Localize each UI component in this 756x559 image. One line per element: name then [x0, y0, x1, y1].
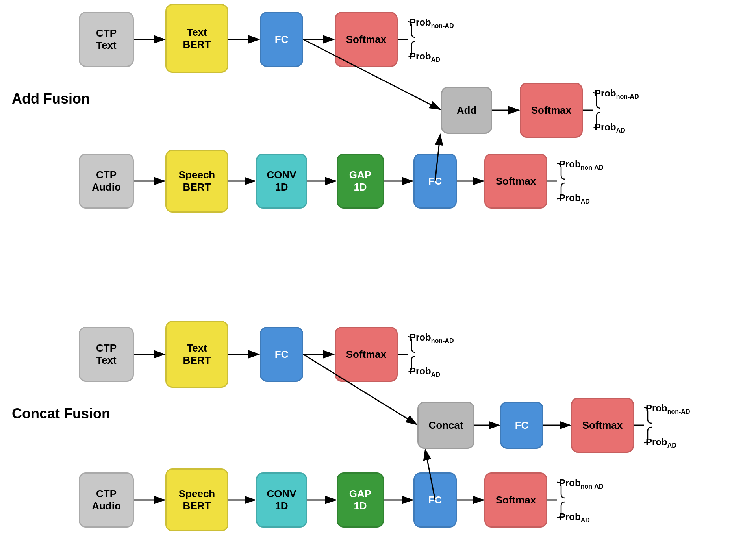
concat-prob-ad: ProbAD [646, 433, 690, 452]
top-prob-ad: ProbAD [410, 48, 454, 66]
concat-prob-group: Probnon-AD ProbAD [646, 400, 690, 451]
diagram-container: Add Fusion CTPText TextBERT FC Softmax P… [0, 0, 756, 559]
add-prob-ad: ProbAD [595, 118, 639, 137]
c-top-prob-group: Probnon-AD ProbAD [410, 329, 454, 380]
add-node: Add [441, 87, 492, 134]
c-top-ctp-text-node: CTPText [79, 327, 134, 382]
bottom-prob-ad: ProbAD [559, 189, 603, 207]
bottom-speech-bert-node: SpeechBERT [165, 150, 228, 213]
concat-prob-non-ad: Probnon-AD [646, 400, 690, 418]
concat-softmax-node: Softmax [571, 398, 634, 453]
bottom-conv1d-node: CONV1D [256, 154, 307, 209]
bottom-softmax-node: Softmax [484, 154, 547, 209]
add-softmax-node: Softmax [520, 83, 583, 138]
c-top-prob-ad: ProbAD [410, 363, 454, 381]
bottom-prob-group: Probnon-AD ProbAD [559, 155, 603, 207]
add-prob-non-ad: Probnon-AD [595, 85, 639, 103]
c-top-text-bert-node: TextBERT [165, 321, 228, 388]
bottom-ctp-audio-node: CTPAudio [79, 154, 134, 209]
concat-fc-node: FC [500, 402, 543, 449]
add-fusion-label: Add Fusion [12, 91, 90, 107]
top-softmax-node: Softmax [335, 12, 398, 67]
c-top-prob-non-ad: Probnon-AD [410, 329, 454, 347]
top-fc-node: FC [260, 12, 303, 67]
concat-fusion-label: Concat Fusion [12, 405, 110, 422]
c-bottom-conv1d-node: CONV1D [256, 472, 307, 528]
top-prob-group: Probnon-AD ProbAD [410, 14, 454, 65]
bottom-gap1d-node: GAP1D [337, 154, 384, 209]
c-bottom-gap1d-node: GAP1D [337, 472, 384, 528]
c-bottom-ctp-audio-node: CTPAudio [79, 472, 134, 528]
concat-node: Concat [417, 402, 474, 449]
c-bottom-prob-non-ad: Probnon-AD [559, 474, 603, 492]
c-top-softmax-node: Softmax [335, 327, 398, 382]
c-bottom-prob-ad: ProbAD [559, 508, 603, 526]
bottom-fc-node: FC [413, 154, 457, 209]
top-ctp-text-node: CTPText [79, 12, 134, 67]
top-prob-non-ad: Probnon-AD [410, 14, 454, 32]
top-text-bert-node: TextBERT [165, 4, 228, 73]
c-bottom-fc-node: FC [413, 472, 457, 528]
add-prob-group: Probnon-AD ProbAD [595, 85, 639, 136]
c-bottom-prob-group: Probnon-AD ProbAD [559, 474, 603, 526]
c-bottom-speech-bert-node: SpeechBERT [165, 468, 228, 531]
c-top-fc-node: FC [260, 327, 303, 382]
c-bottom-softmax-node: Softmax [484, 472, 547, 528]
bottom-prob-non-ad: Probnon-AD [559, 155, 603, 174]
